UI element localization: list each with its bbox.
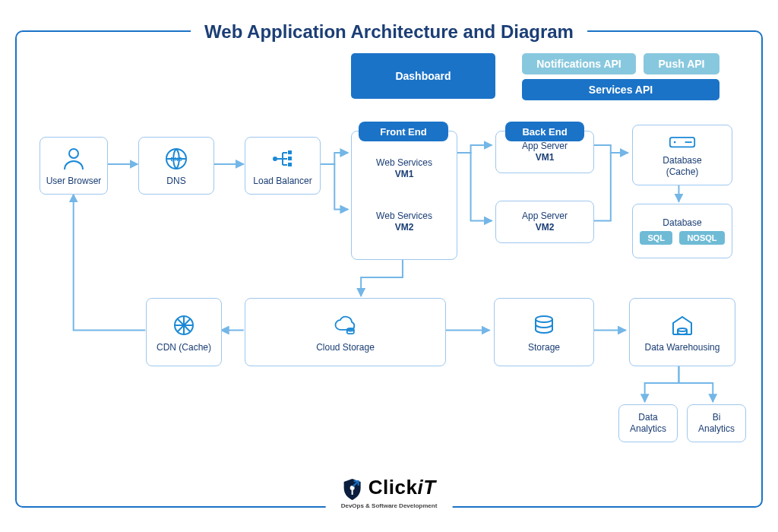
svg-text:DNS: DNS [171,157,182,162]
load-balancer-node: Load Balancer [245,137,321,195]
svg-rect-5 [288,157,292,160]
nosql-chip: NOSQL [679,231,724,245]
database-icon [530,312,558,339]
svg-point-12 [536,316,552,322]
user-browser-node: User Browser [40,137,108,195]
web-services-vm1: Web Services VM1 [376,157,432,180]
svg-rect-4 [288,150,292,154]
dashboard-pill: Dashboard [351,53,495,99]
database-cache-node: Database (Cache) [632,125,732,185]
push-api-pill: Push API [644,53,719,74]
backend-header: Back End [505,122,584,141]
storage-node: Storage [494,298,594,366]
svg-point-10 [182,324,185,327]
db-chips: SQL NOSQL [637,229,726,245]
user-icon [60,145,87,173]
data-analytics-node: Data Analytics [618,404,678,442]
brand-name-right: iT [417,476,435,499]
svg-point-0 [69,149,78,158]
notifications-api-pill: Notifications API [522,53,636,74]
server-icon [669,132,696,152]
diagram-frame: Web Application Architecture and Diagram [15,30,763,508]
web-services-vm2: Web Services VM2 [376,211,432,233]
load-balancer-icon [269,145,296,173]
brand-logo: ClickiT DevOps & Software Development [326,477,453,509]
cloud-storage-node: Cloud Storage [245,298,446,366]
shield-icon [342,478,362,504]
svg-point-13 [678,328,687,331]
frontend-group: Web Services VM1 Web Services VM2 [351,131,457,260]
cdn-cache-node: CDN (Cache) [146,298,222,366]
warehouse-icon [669,312,696,339]
bi-analytics-node: Bi Analytics [687,404,746,442]
diagram-title: Web Application Architecture and Diagram [191,21,587,43]
app-server-vm2-node: App Server VM2 [495,201,594,243]
globe-network-icon [170,312,198,339]
svg-point-8 [674,141,676,144]
globe-icon: DNS [163,145,190,173]
sql-chip: SQL [640,231,672,245]
database-node: Database SQL NOSQL [632,204,732,258]
diagram-canvas: Web Application Architecture and Diagram [0,0,778,532]
cloud-icon [332,312,359,339]
data-warehousing-node: Data Warehousing [629,298,735,366]
services-api-pill: Services API [522,79,719,100]
svg-point-3 [274,157,277,160]
frontend-header: Front End [359,122,448,141]
brand-name-left: Click [368,476,418,499]
dns-node: DNS DNS [138,137,214,195]
brand-subtitle: DevOps & Software Development [341,502,438,509]
svg-rect-6 [288,163,292,166]
